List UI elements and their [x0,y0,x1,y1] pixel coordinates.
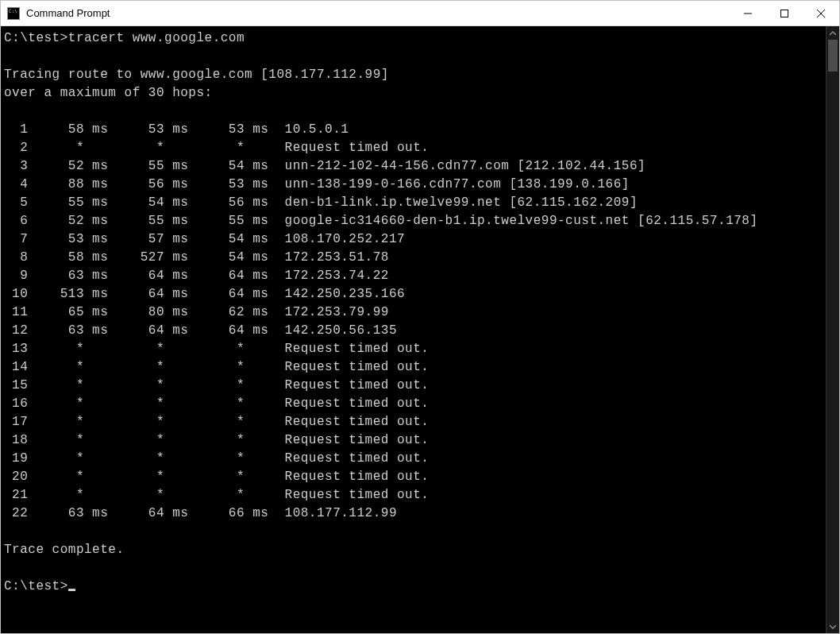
maximize-button[interactable] [766,1,803,25]
svg-rect-1 [781,10,788,17]
window-controls [730,1,839,25]
scrollbar[interactable] [826,26,839,633]
scroll-up-button[interactable] [827,26,839,40]
cursor [68,589,75,591]
scroll-track[interactable] [827,40,839,620]
scroll-thumb[interactable] [828,40,838,72]
minimize-icon [744,10,752,17]
maximize-icon [780,10,788,17]
terminal-area: C:\test>tracert www.google.com Tracing r… [1,26,839,633]
close-icon [817,10,825,17]
chevron-up-icon [830,30,836,37]
terminal-output[interactable]: C:\test>tracert www.google.com Tracing r… [1,26,826,633]
minimize-button[interactable] [730,1,766,25]
chevron-down-icon [830,624,836,630]
window-title: Command Prompt [26,7,730,19]
cmd-icon [7,7,20,20]
titlebar[interactable]: Command Prompt [1,1,839,26]
close-button[interactable] [803,1,839,25]
scroll-down-button[interactable] [827,620,839,633]
